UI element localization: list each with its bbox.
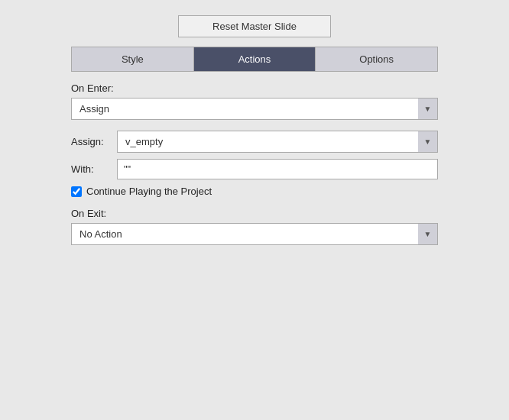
panel: Reset Master Slide Style Actions Options… <box>71 8 438 412</box>
tab-actions[interactable]: Actions <box>194 47 316 71</box>
on-enter-label: On Enter: <box>71 82 438 94</box>
assign-label: Assign: <box>71 136 117 147</box>
tab-options[interactable]: Options <box>316 47 437 71</box>
with-label: With: <box>71 163 117 175</box>
on-enter-dropdown[interactable]: Assign No Action Go to slide Open URL or… <box>71 98 438 120</box>
with-input-container <box>117 159 438 179</box>
reset-master-slide-button[interactable]: Reset Master Slide <box>178 15 331 37</box>
continue-playing-checkbox[interactable] <box>71 186 82 197</box>
with-input[interactable] <box>117 159 438 179</box>
on-enter-dropdown-container: Assign No Action Go to slide Open URL or… <box>71 98 438 120</box>
assign-dropdown[interactable]: v_empty v_var1 v_var2 <box>117 131 438 153</box>
assign-row: Assign: v_empty v_var1 v_var2 ▼ <box>71 131 438 153</box>
continue-playing-label: Continue Playing the Project <box>86 186 212 197</box>
tabs-bar: Style Actions Options <box>71 47 438 72</box>
with-row: With: <box>71 159 438 179</box>
on-exit-label: On Exit: <box>71 208 438 219</box>
tab-style[interactable]: Style <box>72 47 194 71</box>
reset-button-container: Reset Master Slide <box>71 15 438 37</box>
on-exit-section: On Exit: No Action Assign Go to slide Op… <box>71 208 438 245</box>
continue-playing-row: Continue Playing the Project <box>71 186 438 197</box>
on-exit-dropdown[interactable]: No Action Assign Go to slide Open URL or… <box>71 223 438 245</box>
on-exit-dropdown-container: No Action Assign Go to slide Open URL or… <box>71 223 438 245</box>
assign-dropdown-container: v_empty v_var1 v_var2 ▼ <box>117 131 438 153</box>
